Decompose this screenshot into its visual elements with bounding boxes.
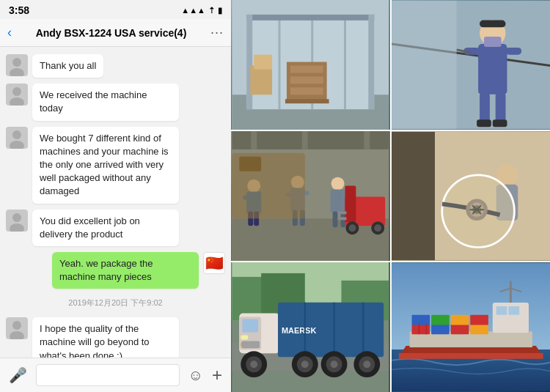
avatar — [6, 84, 28, 106]
battery-icon: ▮ — [218, 6, 222, 15]
svg-rect-51 — [477, 119, 491, 127]
photo-container-ship[interactable] — [392, 262, 551, 392]
svg-rect-130 — [398, 353, 543, 359]
photo-closeup-detail[interactable] — [392, 131, 551, 261]
svg-rect-76 — [345, 186, 356, 223]
svg-point-1 — [10, 68, 24, 76]
svg-rect-81 — [338, 211, 347, 214]
emoji-button[interactable]: ☺ — [188, 367, 203, 384]
chat-footer: 🎤 ☺ + — [0, 358, 231, 392]
message-bubble: I hope the quality of the machine will g… — [32, 317, 179, 358]
svg-point-118 — [250, 360, 257, 368]
svg-rect-135 — [411, 325, 430, 335]
voice-button[interactable]: 🎤 — [9, 366, 27, 384]
svg-rect-44 — [483, 37, 501, 47]
status-icons: ▲▲▲ ⇡ ▮ — [181, 6, 222, 15]
message-row: You did excellent job on delivery the pr… — [6, 210, 225, 246]
message-row: I hope the quality of the machine will g… — [6, 317, 225, 358]
status-bar: 3:58 ▲▲▲ ⇡ ▮ — [0, 0, 231, 19]
svg-rect-45 — [480, 20, 505, 27]
avatar — [6, 54, 28, 76]
svg-text:MAERSK: MAERSK — [282, 326, 316, 335]
svg-rect-84 — [239, 157, 261, 171]
svg-rect-38 — [285, 99, 329, 103]
svg-point-79 — [348, 224, 356, 232]
message-row: We bought 7 different kind of machines a… — [6, 127, 225, 204]
photo-container-interior[interactable] — [231, 0, 390, 130]
back-button[interactable]: ‹ — [7, 25, 12, 40]
svg-rect-82 — [338, 217, 347, 220]
svg-point-0 — [12, 58, 21, 67]
svg-point-127 — [363, 360, 370, 368]
avatar — [6, 210, 28, 232]
timestamp: 2019年12月20日 下午9:02 — [6, 297, 225, 308]
chat-header: ‹ Andy BSX-1224 USA service(4) ··· — [0, 19, 231, 47]
message-input[interactable] — [36, 364, 180, 386]
add-button[interactable]: + — [212, 365, 222, 385]
message-row-sent: 🇨🇳 Yeah. we package the machine many pie… — [6, 252, 225, 289]
svg-rect-86 — [392, 132, 435, 260]
svg-rect-134 — [508, 306, 519, 315]
svg-point-5 — [10, 141, 24, 149]
svg-point-2 — [12, 87, 21, 96]
svg-rect-47 — [505, 48, 521, 55]
message-bubble: We received the machine today — [32, 84, 179, 120]
svg-point-6 — [12, 213, 21, 222]
svg-rect-138 — [470, 325, 488, 335]
svg-rect-29 — [246, 15, 374, 21]
svg-point-8 — [12, 321, 21, 330]
avatar — [6, 317, 28, 339]
svg-rect-52 — [492, 119, 507, 127]
svg-rect-42 — [478, 44, 507, 95]
svg-rect-30 — [246, 15, 252, 109]
svg-rect-110 — [241, 341, 260, 348]
wifi-icon: ⇡ — [208, 6, 215, 15]
more-button[interactable]: ··· — [210, 25, 224, 40]
message-row: We received the machine today — [6, 84, 225, 120]
chat-panel: 3:58 ▲▲▲ ⇡ ▮ ‹ Andy BSX-1224 USA service… — [0, 0, 231, 392]
svg-point-3 — [10, 97, 24, 106]
svg-rect-141 — [450, 315, 469, 325]
svg-rect-53 — [392, 1, 457, 129]
signal-icon: ▲▲▲ — [181, 6, 205, 15]
svg-rect-37 — [290, 87, 323, 95]
svg-point-80 — [374, 224, 381, 232]
photo-loading-warehouse[interactable] — [231, 131, 390, 261]
svg-point-9 — [10, 331, 24, 339]
svg-rect-108 — [241, 335, 248, 339]
svg-point-124 — [331, 360, 338, 368]
svg-rect-33 — [254, 55, 272, 70]
svg-point-121 — [301, 360, 309, 368]
svg-rect-35 — [290, 65, 323, 73]
message-row: Thank you all — [6, 54, 225, 78]
photo-maersk-truck[interactable]: MAERSK — [231, 262, 390, 392]
svg-point-71 — [331, 177, 345, 191]
svg-rect-72 — [331, 190, 345, 213]
photo-worker[interactable] — [392, 0, 551, 130]
svg-rect-133 — [496, 306, 507, 315]
svg-rect-73 — [333, 211, 338, 227]
message-bubble-sent: Yeah. we package the machine many pieces — [52, 252, 199, 289]
message-bubble: You did excellent job on delivery the pr… — [32, 210, 179, 246]
svg-point-7 — [10, 223, 24, 232]
avatar — [6, 127, 28, 149]
avatar-flag: 🇨🇳 — [203, 252, 225, 274]
message-bubble: Thank you all — [32, 54, 103, 78]
svg-rect-31 — [368, 15, 374, 109]
status-time: 3:58 — [9, 4, 29, 16]
svg-rect-32 — [250, 65, 272, 95]
messages-area: Thank you all We received the machine to… — [0, 47, 231, 358]
message-bubble: We bought 7 different kind of machines a… — [32, 127, 179, 204]
chat-title: Andy BSX-1224 USA service(4) — [18, 27, 205, 39]
svg-rect-137 — [450, 325, 469, 335]
svg-rect-36 — [290, 76, 323, 84]
svg-rect-142 — [470, 315, 488, 325]
svg-rect-49 — [480, 93, 490, 122]
svg-rect-139 — [411, 315, 430, 325]
svg-rect-50 — [495, 93, 505, 122]
photos-panel: MAERSK — [231, 0, 550, 392]
svg-point-4 — [12, 130, 21, 139]
svg-rect-140 — [431, 315, 450, 325]
svg-rect-136 — [431, 325, 450, 335]
svg-rect-107 — [242, 319, 258, 333]
